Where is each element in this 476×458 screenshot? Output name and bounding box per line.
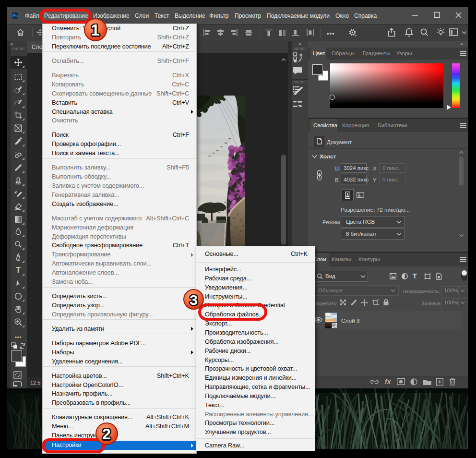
svg-text:T: T	[16, 266, 21, 274]
